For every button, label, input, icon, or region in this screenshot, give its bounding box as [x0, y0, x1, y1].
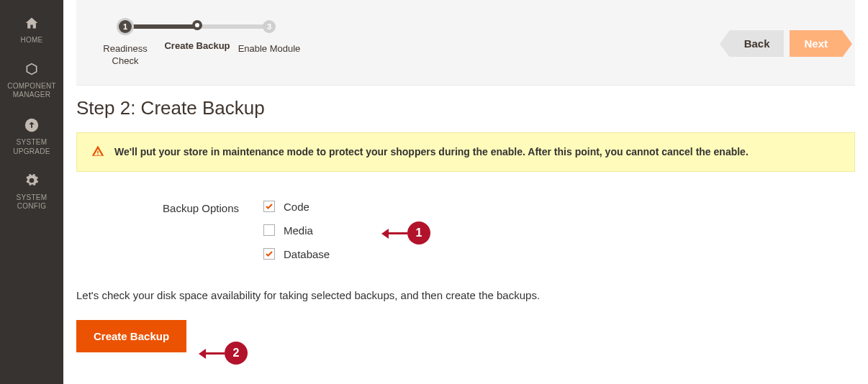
option-label: Database: [284, 248, 330, 260]
annotation-circle: 1: [407, 221, 430, 244]
sidebar-item-label: COMPONENT MANAGER: [3, 82, 60, 100]
package-icon: [24, 62, 40, 79]
warning-icon: [91, 145, 104, 160]
sidebar-item-component-manager[interactable]: COMPONENT MANAGER: [0, 55, 63, 110]
annotation-number: 2: [233, 347, 240, 360]
option-label: Media: [284, 224, 313, 237]
stepper: 1 Readiness Check Create Backup 3 Enable…: [89, 20, 305, 68]
notice-text: We'll put your store in maintenance mode…: [114, 146, 749, 157]
option-code[interactable]: Code: [263, 201, 330, 213]
checkbox-media[interactable]: [263, 224, 275, 236]
step-circle-done: 1: [119, 20, 132, 33]
sidebar: HOME COMPONENT MANAGER SYSTEM UPGRADE SY…: [0, 0, 63, 384]
sidebar-item-home[interactable]: HOME: [0, 9, 63, 55]
home-icon: [24, 16, 40, 33]
create-backup-button[interactable]: Create Backup: [76, 320, 186, 352]
annotation-circle: 2: [225, 342, 248, 365]
arrow-icon: [387, 232, 407, 234]
option-label: Code: [284, 201, 309, 213]
step-bar: 1 Readiness Check Create Backup 3 Enable…: [76, 0, 855, 86]
next-button[interactable]: Next: [790, 30, 842, 57]
connector-pending: [199, 24, 271, 29]
maintenance-notice: We'll put your store in maintenance mode…: [76, 132, 855, 172]
wizard-actions: Back Next: [730, 30, 842, 57]
step-label: Readiness Check: [89, 43, 161, 68]
backup-options-row: Backup Options Code Media Database: [76, 201, 855, 260]
sidebar-item-label: SYSTEM UPGRADE: [3, 138, 60, 156]
step-label: Create Backup: [164, 40, 230, 52]
connector-done: [127, 24, 199, 29]
step-number: 3: [267, 22, 271, 31]
checkbox-code[interactable]: [263, 201, 275, 212]
page-title: Step 2: Create Backup: [76, 97, 855, 119]
step-label: Enable Module: [238, 43, 301, 55]
annotation-number: 1: [416, 227, 422, 239]
backup-options-label: Backup Options: [76, 201, 263, 214]
step-circle-pending: 3: [263, 20, 276, 33]
option-database[interactable]: Database: [263, 248, 330, 260]
sidebar-item-label: HOME: [20, 36, 42, 45]
option-media[interactable]: Media: [263, 224, 330, 237]
checkbox-database[interactable]: [263, 248, 275, 260]
disk-space-text: Let's check your disk space availability…: [76, 289, 855, 301]
annotation-1: 1: [387, 221, 430, 244]
main-content: 1 Readiness Check Create Backup 3 Enable…: [63, 0, 868, 384]
arrow-icon: [204, 352, 225, 355]
gear-icon: [24, 173, 39, 191]
step-number: 1: [123, 22, 127, 31]
sidebar-item-label: SYSTEM CONFIG: [3, 193, 60, 211]
step-circle-current: [192, 20, 202, 30]
annotation-2: 2: [204, 342, 248, 365]
back-button[interactable]: Back: [730, 30, 785, 57]
upload-icon: [24, 117, 40, 136]
backup-options-list: Code Media Database: [263, 201, 330, 260]
sidebar-item-system-config[interactable]: SYSTEM CONFIG: [0, 166, 63, 221]
sidebar-item-system-upgrade[interactable]: SYSTEM UPGRADE: [0, 110, 63, 167]
